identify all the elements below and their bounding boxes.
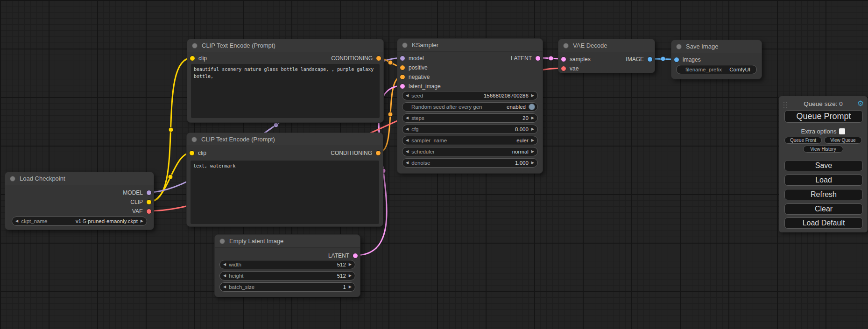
cfg-widget[interactable]: ◀ cfg 8.000 ▶ [402,125,538,134]
node-vae-decode[interactable]: VAE Decode samples IMAGE vae [558,39,655,73]
output-slot-clip[interactable]: CLIP [130,197,152,207]
view-queue-button[interactable]: View Queue [824,137,862,144]
node-collapse-dot[interactable] [563,43,569,49]
extra-options-checkbox[interactable] [839,128,845,134]
batch-size-widget[interactable]: ◀ batch_size 1 ▶ [219,282,355,292]
output-slot-latent[interactable]: LATENT [511,54,541,63]
increment-arrow-icon[interactable]: ▶ [141,219,143,223]
clip-input-dot[interactable] [189,150,195,156]
random-seed-widget[interactable]: Random seed after every gen enabled [402,102,538,112]
image-output-dot[interactable] [647,56,653,62]
increment-arrow-icon[interactable]: ▶ [531,161,534,165]
vae-input-dot[interactable] [561,66,566,71]
input-slot-clip[interactable]: clip [189,148,206,158]
node-header[interactable]: CLIP Text Encode (Prompt) [187,39,383,52]
positive-prompt-textarea[interactable]: beautiful scenery nature glass bottle la… [191,64,380,118]
conditioning-output-dot[interactable] [375,150,381,156]
node-header[interactable]: Load Checkpoint [5,172,154,185]
height-widget[interactable]: ◀ height 512 ▶ [219,271,355,280]
input-slot-vae[interactable]: vae [561,64,579,73]
decrement-arrow-icon[interactable]: ◀ [406,161,409,165]
denoise-widget[interactable]: ◀ denoise 1.000 ▶ [402,158,538,168]
increment-arrow-icon[interactable]: ▶ [531,150,534,154]
queue-front-button[interactable]: Queue Front [784,137,822,144]
clip-output-dot[interactable] [146,199,152,205]
decrement-arrow-icon[interactable]: ◀ [406,139,409,142]
latent-output-dot[interactable] [353,253,358,259]
save-button[interactable]: Save [784,160,863,171]
node-clip-text-encode-positive[interactable]: CLIP Text Encode (Prompt) clip CONDITION… [187,39,384,123]
decrement-arrow-icon[interactable]: ◀ [406,150,409,154]
increment-arrow-icon[interactable]: ▶ [349,285,352,289]
increment-arrow-icon[interactable]: ▶ [531,127,534,131]
node-load-checkpoint[interactable]: Load Checkpoint MODEL CLIP VAE ◀ ckpt_na… [5,172,154,230]
decrement-arrow-icon[interactable]: ◀ [406,116,409,120]
node-header[interactable]: CLIP Text Encode (Prompt) [187,133,383,146]
refresh-button[interactable]: Refresh [784,189,863,200]
input-slot-negative[interactable]: negative [400,72,430,82]
sampler-name-widget[interactable]: ◀ sampler_name euler ▶ [402,136,538,145]
output-slot-latent[interactable]: LATENT [328,251,358,260]
node-save-image[interactable]: Save Image images filename_prefix ComfyU… [671,40,762,79]
node-collapse-dot[interactable] [192,43,198,49]
input-slot-model[interactable]: model [400,54,424,63]
clear-button[interactable]: Clear [784,203,863,215]
node-collapse-dot[interactable] [219,238,225,244]
view-history-button[interactable]: View History [803,146,843,153]
input-slot-samples[interactable]: samples [561,55,591,64]
increment-arrow-icon[interactable]: ▶ [349,274,352,278]
clip-input-dot[interactable] [190,56,195,61]
output-slot-image[interactable]: IMAGE [626,55,653,64]
negative-prompt-textarea[interactable]: text, watermark [191,161,379,224]
node-empty-latent-image[interactable]: Empty Latent Image LATENT ◀ width 512 ▶ … [214,234,360,297]
decrement-arrow-icon[interactable]: ◀ [223,274,226,278]
node-header[interactable]: KSampler [397,39,543,52]
decrement-arrow-icon[interactable]: ◀ [223,285,226,289]
scheduler-widget[interactable]: ◀ scheduler normal ▶ [402,147,538,156]
input-slot-positive[interactable]: positive [400,63,428,72]
node-ksampler[interactable]: KSampler model LATENT positive negative … [397,38,543,174]
model-input-dot[interactable] [400,56,405,61]
filename-prefix-widget[interactable]: filename_prefix ComfyUI [676,65,757,74]
node-clip-text-encode-negative[interactable]: CLIP Text Encode (Prompt) clip CONDITION… [186,133,383,227]
node-header[interactable]: Empty Latent Image [215,235,360,248]
decrement-arrow-icon[interactable]: ◀ [15,219,18,223]
output-slot-conditioning[interactable]: CONDITIONING [331,54,381,63]
width-widget[interactable]: ◀ width 512 ▶ [219,260,355,269]
decrement-arrow-icon[interactable]: ◀ [406,94,409,98]
node-collapse-dot[interactable] [191,137,197,142]
vae-output-dot[interactable] [146,209,152,214]
increment-arrow-icon[interactable]: ▶ [531,94,534,98]
positive-input-dot[interactable] [400,65,405,70]
conditioning-output-dot[interactable] [376,56,381,61]
input-slot-images[interactable]: images [674,55,701,64]
queue-prompt-button[interactable]: Queue Prompt [784,110,863,123]
latent-output-dot[interactable] [535,56,541,61]
increment-arrow-icon[interactable]: ▶ [349,263,352,266]
model-output-dot[interactable] [146,190,152,196]
decrement-arrow-icon[interactable]: ◀ [223,263,226,266]
node-header[interactable]: Save Image [671,40,762,53]
images-input-dot[interactable] [674,57,679,63]
ckpt-name-widget[interactable]: ◀ ckpt_name v1-5-pruned-emaonly.ckpt ▶ [12,217,147,226]
increment-arrow-icon[interactable]: ▶ [531,139,534,142]
steps-widget[interactable]: ◀ steps 20 ▶ [402,113,538,123]
latent-image-input-dot[interactable] [400,84,405,89]
node-header[interactable]: VAE Decode [558,39,655,52]
node-collapse-dot[interactable] [402,42,408,48]
seed-widget[interactable]: ◀ seed 156680208700286 ▶ [402,91,538,100]
node-collapse-dot[interactable] [10,176,15,182]
gear-icon[interactable]: ⚙ [857,99,864,108]
input-slot-latent-image[interactable]: latent_image [400,82,441,91]
load-button[interactable]: Load [784,175,863,186]
output-slot-vae[interactable]: VAE [132,207,152,216]
increment-arrow-icon[interactable]: ▶ [531,116,534,120]
graph-canvas[interactable]: Load Checkpoint MODEL CLIP VAE ◀ ckpt_na… [0,0,868,329]
node-collapse-dot[interactable] [676,44,682,49]
toggle-dot[interactable] [529,104,535,110]
input-slot-clip[interactable]: clip [190,54,207,63]
output-slot-conditioning[interactable]: CONDITIONING [331,148,381,158]
load-default-button[interactable]: Load Default [784,217,863,229]
negative-input-dot[interactable] [400,74,405,80]
samples-input-dot[interactable] [561,56,566,62]
